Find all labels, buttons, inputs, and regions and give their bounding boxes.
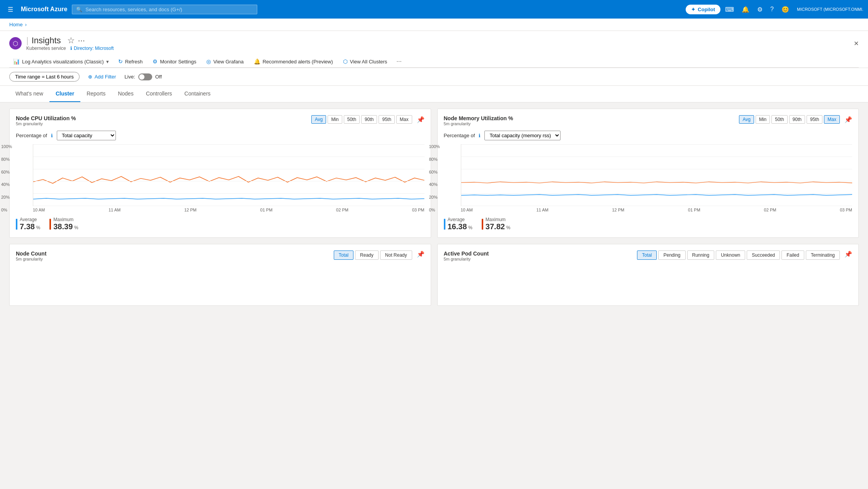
page-title-info: | Insights ☆ ··· Kubernetes service ℹ Di… — [26, 36, 114, 51]
cpu-avg-legend-info: Average 7.38 % — [20, 217, 40, 231]
cpu-pin-icon[interactable]: 📌 — [417, 116, 425, 123]
pod-count-subtitle: 5m granularity — [444, 257, 489, 261]
tab-reports[interactable]: Reports — [80, 86, 112, 102]
alerts-icon: 🔔 — [254, 58, 260, 65]
search-input[interactable] — [85, 7, 253, 12]
view-grafana-button[interactable]: ◎ View Grafana — [202, 56, 248, 67]
memory-max-legend-bar — [482, 219, 483, 230]
filter-bar: Time range = Last 6 hours ⊕ Add Filter L… — [0, 68, 868, 86]
tab-whats-new[interactable]: What's new — [9, 86, 49, 102]
node-count-pin-icon[interactable]: 📌 — [417, 250, 425, 260]
main-content: Node CPU Utilization % 5m granularity Av… — [0, 102, 868, 489]
kubernetes-icon: ⬡ — [9, 37, 22, 49]
mem-95th-btn[interactable]: 95th — [807, 115, 822, 124]
search-box[interactable]: 🔍 — [72, 5, 257, 14]
cpu-max-btn[interactable]: Max — [396, 115, 412, 124]
memory-chart-area: 100%80%60%40%20%0% — [444, 144, 853, 212]
help-button[interactable]: ? — [767, 3, 777, 15]
mem-max-btn[interactable]: Max — [824, 115, 840, 124]
memory-pin-icon[interactable]: 📌 — [844, 116, 852, 123]
log-analytics-dropdown[interactable]: 📊 Log Analytics visualizations (Classic)… — [9, 56, 113, 67]
memory-chart-svg-area — [461, 144, 853, 206]
close-button[interactable]: ✕ — [854, 40, 859, 47]
dropdown-chevron: ▾ — [106, 59, 109, 65]
memory-capacity-select[interactable]: Total capacity (memory rss) Requested ca… — [484, 131, 561, 140]
monitor-settings-button[interactable]: ⚙ Monitor Settings — [148, 56, 201, 67]
breadcrumb-home[interactable]: Home — [9, 22, 23, 27]
cpu-percentage-info-icon: ℹ — [51, 133, 53, 138]
cpu-min-btn[interactable]: Min — [328, 115, 342, 124]
add-filter-button[interactable]: ⊕ Add Filter — [84, 72, 120, 81]
tab-nodes[interactable]: Nodes — [112, 86, 139, 102]
memory-chart-subtitle: 5m granularity — [444, 121, 513, 126]
memory-avg-legend-info: Average 16.38 % — [448, 217, 472, 231]
cpu-50th-btn[interactable]: 50th — [344, 115, 360, 124]
more-commands-button[interactable]: ··· — [392, 56, 405, 67]
memory-x-labels: 10 AM11 AM12 PM01 PM02 PM03 PM — [461, 208, 853, 212]
active-pod-count-card: Active Pod Count 5m granularity Total Pe… — [437, 244, 859, 306]
node-count-title-group: Node Count 5m granularity — [16, 250, 46, 261]
node-ready-btn[interactable]: Ready — [355, 250, 379, 260]
tab-cluster[interactable]: Cluster — [49, 86, 80, 102]
settings-button[interactable]: ⚙ — [754, 3, 766, 15]
memory-y-labels: 100%80%60%40%20%0% — [429, 144, 440, 212]
cpu-avg-legend-bar — [16, 219, 17, 230]
pod-succeeded-btn[interactable]: Succeeded — [747, 250, 780, 260]
pod-count-pin-icon[interactable]: 📌 — [844, 250, 852, 260]
pod-count-title-group: Active Pod Count 5m granularity — [444, 250, 489, 261]
mem-min-btn[interactable]: Min — [756, 115, 770, 124]
live-toggle-switch[interactable] — [138, 73, 152, 80]
tab-controllers[interactable]: Controllers — [140, 86, 178, 102]
cpu-max-legend-info: Maximum 38.39 % — [53, 217, 78, 231]
memory-chart-title: Node Memory Utilization % — [444, 115, 513, 121]
page-subtitle: Kubernetes service ℹ Directory: Microsof… — [26, 46, 114, 51]
pod-total-btn[interactable]: Total — [637, 250, 657, 260]
top-charts-row: Node CPU Utilization % 5m granularity Av… — [9, 109, 859, 238]
monitor-settings-icon: ⚙ — [153, 58, 158, 65]
pod-pending-btn[interactable]: Pending — [658, 250, 685, 260]
cpu-avg-btn[interactable]: Avg — [311, 115, 326, 124]
breadcrumb-separator: › — [25, 22, 27, 27]
hamburger-menu[interactable]: ☰ — [5, 4, 16, 15]
cpu-y-labels: 100%80%60%40%20%0% — [1, 144, 12, 212]
cpu-x-labels: 10 AM11 AM12 PM01 PM02 PM03 PM — [33, 208, 425, 212]
bottom-charts-row: Node Count 5m granularity Total Ready No… — [9, 244, 859, 306]
mem-avg-btn[interactable]: Avg — [739, 115, 754, 124]
refresh-button[interactable]: ↻ Refresh — [114, 56, 148, 67]
node-total-btn[interactable]: Total — [334, 250, 353, 260]
view-all-clusters-button[interactable]: ⬡ View All Clusters — [338, 56, 392, 67]
cpu-90th-btn[interactable]: 90th — [361, 115, 377, 124]
top-navigation: ☰ Microsoft Azure 🔍 ✦ Copilot ⌨ 🔔 ⚙ ? 😊 … — [0, 0, 868, 19]
live-toggle: Live: Off — [124, 73, 162, 80]
mem-50th-btn[interactable]: 50th — [771, 115, 787, 124]
recommended-alerts-button[interactable]: 🔔 Recommended alerts (Preview) — [249, 56, 338, 67]
refresh-icon: ↻ — [118, 58, 123, 65]
pod-failed-btn[interactable]: Failed — [781, 250, 804, 260]
memory-chart-title-group: Node Memory Utilization % 5m granularity — [444, 115, 513, 126]
memory-percentage-info-icon: ℹ — [479, 133, 481, 138]
memory-max-legend: Maximum 37.82 % — [482, 217, 510, 231]
favorite-icon[interactable]: ☆ — [67, 36, 75, 46]
cpu-95th-btn[interactable]: 95th — [379, 115, 394, 124]
node-count-card: Node Count 5m granularity Total Ready No… — [9, 244, 431, 306]
feedback-button[interactable]: 😊 — [778, 3, 792, 15]
mem-90th-btn[interactable]: 90th — [789, 115, 805, 124]
cloud-shell-button[interactable]: ⌨ — [722, 3, 737, 15]
tab-containers[interactable]: Containers — [178, 86, 217, 102]
user-profile[interactable]: MICROSOFT (MICROSOFT.ONMI... M — [794, 2, 863, 16]
more-options-icon[interactable]: ··· — [78, 36, 85, 46]
copilot-button[interactable]: ✦ Copilot — [686, 5, 720, 14]
copilot-icon: ✦ — [691, 7, 695, 12]
cpu-capacity-select[interactable]: Total capacity Requested capacity Limits — [57, 131, 116, 140]
pod-terminating-btn[interactable]: Terminating — [806, 250, 840, 260]
node-not-ready-btn[interactable]: Not Ready — [380, 250, 412, 260]
cpu-chart-card: Node CPU Utilization % 5m granularity Av… — [9, 109, 431, 238]
pod-unknown-btn[interactable]: Unknown — [716, 250, 745, 260]
pod-count-controls: Total Pending Running Unknown Succeeded … — [637, 250, 852, 260]
pod-running-btn[interactable]: Running — [687, 250, 715, 260]
notifications-button[interactable]: 🔔 — [739, 3, 752, 15]
page-header: ⬡ | Insights ☆ ··· Kubernetes service ℹ … — [0, 31, 868, 68]
time-range-button[interactable]: Time range = Last 6 hours — [9, 72, 80, 82]
memory-avg-legend-bar — [444, 219, 445, 230]
memory-max-legend-info: Maximum 37.82 % — [486, 217, 510, 231]
